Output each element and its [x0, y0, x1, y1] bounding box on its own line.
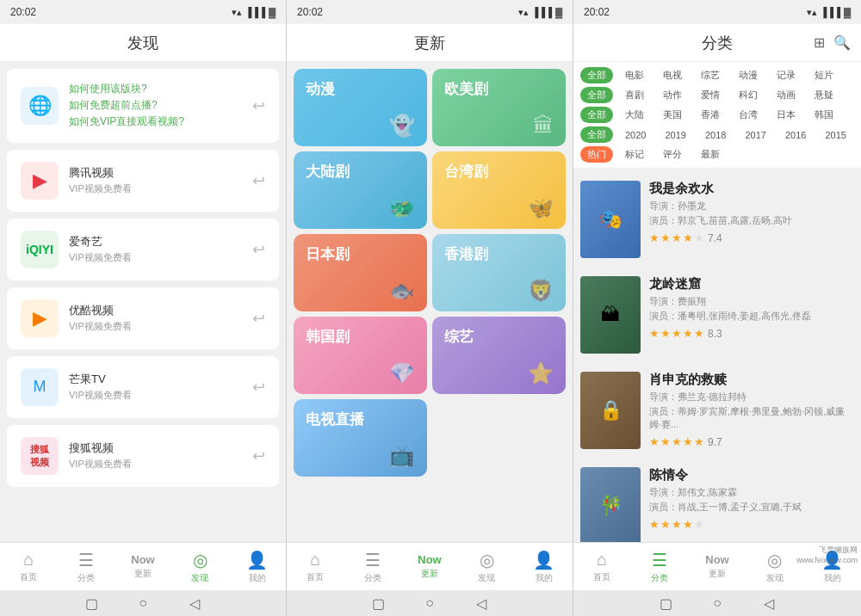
nav-home-label-2: 首页 [307, 571, 324, 583]
wifi-icon: ▾▴ [232, 7, 242, 18]
nav-discover-2[interactable]: ◎ 发现 [458, 550, 515, 584]
filter-variety[interactable]: 综艺 [694, 67, 727, 83]
filter-romance[interactable]: 爱情 [694, 87, 727, 103]
youku-card[interactable]: ▶ 优酷视频 VIP视频免费看 ↩ [7, 287, 279, 349]
sys-back-2[interactable]: ◁ [473, 594, 490, 612]
tile-hongkong[interactable]: 香港剧 🦁 [432, 234, 566, 311]
mango-arrow[interactable]: ↩ [252, 378, 265, 397]
tile-dalu[interactable]: 大陆剧 🐲 [294, 151, 427, 229]
filter-rating[interactable]: 评分 [656, 146, 689, 163]
sohu-arrow[interactable]: ↩ [252, 447, 265, 465]
tile-taiwan[interactable]: 台湾剧 🦋 [432, 151, 566, 229]
filter-tv[interactable]: 电视 [656, 67, 689, 83]
mango-card[interactable]: M 芒果TV VIP视频免费看 ↩ [7, 356, 279, 418]
tile-oumei[interactable]: 欧美剧 🏛 [432, 69, 566, 146]
sohu-card[interactable]: 搜狐视频 搜狐视频 VIP视频免费看 ↩ [7, 425, 279, 487]
nav-home-3[interactable]: ⌂ 首页 [573, 550, 631, 583]
nav-home-2[interactable]: ⌂ 首页 [287, 550, 344, 583]
filter-2015[interactable]: 2015 [818, 128, 852, 142]
filter-animation[interactable]: 动画 [770, 87, 802, 103]
youku-subtitle: VIP视频免费看 [69, 320, 242, 333]
signal-icon: ▐▐▐ [245, 7, 265, 17]
movie-item-4[interactable]: 🎋 陈情令 导演：郑伟文,陈家霖 演员：肖战,王一博,孟子义,宣璐,于斌 ★ ★… [580, 459, 854, 542]
filter-scifi[interactable]: 科幻 [732, 87, 765, 103]
status-icons-3: ▾▴ ▐▐▐ ▓ [807, 7, 851, 18]
filter-mainland[interactable]: 大陆 [618, 107, 651, 123]
star-2-4: ★ [683, 327, 693, 340]
filter-japan[interactable]: 日本 [770, 107, 802, 123]
iqiyi-card[interactable]: iQIYI 爱奇艺 VIP视频免费看 ↩ [7, 219, 279, 280]
filter-korea[interactable]: 韩国 [808, 107, 840, 123]
sys-square-3[interactable]: ▢ [657, 594, 674, 612]
time-3: 20:02 [584, 6, 610, 18]
filter-doc[interactable]: 记录 [770, 67, 802, 83]
search-icon[interactable]: 🔍 [833, 34, 851, 51]
tencent-arrow[interactable]: ↩ [252, 171, 265, 190]
iqiyi-arrow[interactable]: ↩ [252, 240, 265, 259]
movie-item-3[interactable]: 🔒 肖申克的救赎 导演：弗兰克·德拉邦特 演员：蒂姆·罗宾斯,摩根·弗里曼,鲍勃… [580, 363, 854, 459]
sys-circle-1[interactable]: ○ [134, 594, 152, 612]
sys-square-1[interactable]: ▢ [83, 594, 100, 612]
filter-comedy[interactable]: 喜剧 [618, 87, 651, 103]
update-icon-3: Now [705, 553, 728, 566]
star-3-5: ★ [694, 435, 704, 448]
tile-japan[interactable]: 日本剧 🐟 [294, 234, 427, 311]
filter-mark[interactable]: 标记 [618, 146, 651, 163]
discover-icon-2: ◎ [480, 550, 494, 570]
nav-discover-3[interactable]: ◎ 发现 [746, 550, 803, 584]
nav-update-1[interactable]: Now 更新 [115, 553, 171, 580]
nav-profile-2[interactable]: 👤 我的 [516, 550, 573, 584]
tile-tv[interactable]: 电视直播 📺 [294, 399, 427, 477]
nav-home-1[interactable]: ⌂ 首页 [0, 550, 57, 583]
nav-profile-label-1: 我的 [249, 572, 266, 584]
movie-item-1[interactable]: 🎭 我是余欢水 导演：孙墨龙 演员：郭京飞,苗苗,高露,岳旸,高叶 ★ ★ ★ … [580, 172, 854, 268]
filter-taiwan[interactable]: 台湾 [732, 107, 765, 123]
filter-anime[interactable]: 动漫 [732, 67, 765, 83]
filter-action[interactable]: 动作 [656, 87, 689, 103]
tile-korea[interactable]: 韩国剧 💎 [294, 317, 427, 394]
star-2-1: ★ [649, 327, 660, 340]
filter-2020[interactable]: 2020 [618, 128, 653, 142]
tile-zongyi-icon: ⭐ [528, 361, 554, 385]
filter-hk[interactable]: 香港 [694, 107, 727, 123]
filter-short[interactable]: 短片 [808, 67, 840, 83]
tencent-card[interactable]: ▶ 腾讯视频 VIP视频免费看 ↩ [7, 150, 279, 212]
filter-2017[interactable]: 2017 [738, 128, 772, 142]
filter-all-1[interactable]: 全部 [580, 67, 613, 83]
filter-all-2[interactable]: 全部 [580, 87, 613, 103]
youku-arrow[interactable]: ↩ [252, 309, 265, 328]
iqiyi-text: 爱奇艺 VIP视频免费看 [69, 234, 242, 264]
filter-all-4[interactable]: 全部 [580, 126, 613, 143]
nav-discover-1[interactable]: ◎ 发现 [171, 550, 228, 584]
filter-2019[interactable]: 2019 [658, 128, 692, 142]
nav-profile-1[interactable]: 👤 我的 [229, 550, 286, 584]
nav-update-2[interactable]: Now 更新 [401, 553, 458, 580]
nav-profile-3[interactable]: 👤 我的 [803, 550, 861, 584]
filter-usa[interactable]: 美国 [656, 107, 689, 123]
filter-2018[interactable]: 2018 [698, 128, 733, 142]
sys-square-2[interactable]: ▢ [369, 594, 387, 612]
sys-back-1[interactable]: ◁ [186, 594, 203, 612]
nav-classify-2[interactable]: ☰ 分类 [344, 550, 400, 584]
nav-classify-3[interactable]: ☰ 分类 [631, 550, 689, 584]
tile-dongman[interactable]: 动漫 👻 [294, 69, 427, 146]
nav-update-3[interactable]: Now 更新 [689, 553, 746, 580]
movie-item-2[interactable]: 🏔 龙岭迷窟 导演：费振翔 演员：潘粤明,张雨绮,姜超,高伟光,佟磊 ★ ★ ★… [580, 268, 854, 363]
filter-movie[interactable]: 电影 [618, 67, 651, 83]
sys-circle-3[interactable]: ○ [709, 594, 726, 612]
filter-mystery[interactable]: 悬疑 [808, 87, 840, 103]
filter-2016[interactable]: 2016 [778, 128, 813, 142]
sys-circle-2[interactable]: ○ [421, 594, 438, 612]
grid-icon[interactable]: ⊞ [814, 34, 825, 51]
intro-arrow[interactable]: ↩ [252, 96, 265, 115]
mango-title: 芒果TV [69, 372, 242, 387]
sys-bar-3: ▢ ○ ◁ [573, 590, 861, 616]
filter-all-3[interactable]: 全部 [580, 107, 613, 123]
sys-back-3[interactable]: ◁ [760, 594, 777, 612]
intro-card[interactable]: 🌐 如何使用该版块?如何免费超前点播?如何免VIP直接观看视频? ↩ [7, 69, 279, 143]
tile-korea-label: 韩国剧 [306, 327, 350, 347]
tile-zongyi[interactable]: 综艺 ⭐ [432, 317, 566, 394]
filter-hot[interactable]: 热门 [580, 146, 613, 163]
filter-newest[interactable]: 最新 [694, 146, 727, 163]
nav-classify-1[interactable]: ☰ 分类 [57, 550, 114, 584]
